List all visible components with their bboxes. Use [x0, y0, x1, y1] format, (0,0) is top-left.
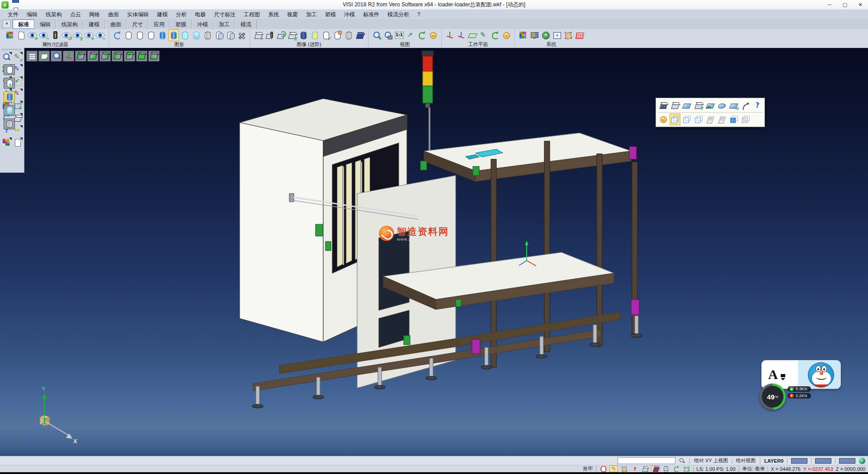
tab-dropdown-caret[interactable]: ▼ — [3, 20, 11, 28]
menu-item-工程图[interactable]: 工程图 — [240, 10, 264, 19]
st-refresh-button[interactable] — [672, 465, 680, 472]
hide-entities-button[interactable]: − — [38, 29, 49, 41]
layer-color-box-2[interactable] — [815, 458, 831, 464]
st-layer-stack-button[interactable] — [661, 465, 670, 472]
st-package-button[interactable]: ✕ — [641, 465, 649, 472]
vp-zoom-dynamic-button[interactable] — [51, 51, 62, 62]
hide-all-button[interactable]: − — [95, 29, 106, 41]
sketch-erase-button[interactable]: ✕ — [12, 52, 23, 62]
wireframe-dashed-button[interactable] — [146, 29, 156, 41]
system-grid-button[interactable] — [574, 29, 585, 41]
style-shaded-button[interactable] — [4, 91, 15, 102]
menu-item-系统[interactable]: 系统 — [264, 10, 283, 19]
view-top-button[interactable] — [75, 51, 86, 62]
view-back-button[interactable] — [136, 51, 147, 62]
menu-item-点云[interactable]: 点云 — [66, 10, 85, 19]
tab-冲模[interactable]: 冲模 — [192, 20, 213, 29]
wireframe-hidden-button[interactable] — [134, 29, 145, 41]
snap-lock-label[interactable]: 拴牢 — [583, 465, 593, 472]
tab-标准[interactable]: 标准 — [13, 19, 34, 29]
workplane-view-button[interactable] — [501, 29, 512, 41]
style-shaded-edges-button[interactable] — [4, 105, 15, 116]
fl-cube-edges-button[interactable] — [658, 100, 669, 111]
solid-refresh-button[interactable] — [275, 29, 286, 41]
zoom-extents-button[interactable] — [382, 29, 393, 41]
show-entities-button[interactable]: + — [27, 29, 38, 41]
layer-color-box-3[interactable] — [839, 458, 855, 464]
cyl-export-button[interactable] — [332, 29, 343, 41]
toggle-visibility-button[interactable]: ± — [72, 29, 83, 41]
fl-cube-shaded-button[interactable] — [670, 100, 680, 111]
stamp-colors-button[interactable] — [1, 137, 12, 147]
menu-item-建模[interactable]: 建模 — [153, 10, 172, 19]
view-mode-label[interactable]: 绝对 XY 上视图 — [694, 457, 728, 464]
st-edit-mode-button[interactable] — [609, 465, 618, 472]
solid-toggle-button[interactable]: ± — [287, 29, 297, 41]
cyl-hatched-button[interactable] — [343, 29, 354, 41]
st-protect-button[interactable] — [599, 465, 608, 472]
fl-surface-create-button[interactable] — [681, 100, 692, 111]
status-search-input[interactable] — [618, 457, 675, 464]
tab-编辑[interactable]: 编辑 — [34, 20, 56, 29]
menu-item-塑模[interactable]: 塑模 — [321, 10, 340, 19]
menu-item-分析[interactable]: 分析 — [172, 10, 191, 19]
visibility-filter-button[interactable] — [50, 29, 61, 41]
viewport-menu-button[interactable] — [26, 51, 38, 62]
active-layer-label[interactable]: LAYER0 — [764, 458, 783, 464]
st-grid-toggle-button[interactable] — [682, 465, 691, 472]
flat-shaded-button[interactable] — [191, 29, 202, 41]
fl-plane-1-button[interactable] — [705, 114, 716, 125]
workplane-origin-button[interactable] — [444, 29, 455, 41]
menu-item-网格[interactable]: 网格 — [85, 10, 104, 19]
st-stamp-button[interactable] — [620, 465, 628, 472]
layer-color-box-1[interactable] — [791, 458, 807, 464]
view-iso-button[interactable] — [148, 51, 160, 62]
zoom-in-button[interactable]: + — [371, 29, 382, 41]
status-globe-icon[interactable] — [859, 458, 865, 464]
minimize-button[interactable]: ─ — [822, 0, 837, 9]
menu-item-曲面[interactable]: 曲面 — [104, 10, 123, 19]
fl-wirecube-selected-button[interactable] — [670, 114, 680, 125]
shaded-edges-button[interactable] — [168, 29, 179, 41]
fl-help-button[interactable] — [752, 100, 763, 111]
solid-filter-button[interactable] — [264, 29, 275, 41]
system-window-config-button[interactable] — [552, 29, 562, 41]
refresh-visibility-button[interactable]: ↺ — [61, 29, 72, 41]
system-settings-button[interactable] — [540, 29, 551, 41]
view-left-button[interactable] — [112, 51, 123, 62]
menu-item-标准件[interactable]: 标准件 — [359, 10, 383, 19]
menu-item-实体编辑[interactable]: 实体编辑 — [123, 10, 153, 19]
tab-加工[interactable]: 加工 — [213, 20, 235, 29]
workplane-sketch-button[interactable] — [478, 29, 489, 41]
rotate-view-button[interactable] — [416, 29, 427, 41]
wireframe-button[interactable] — [123, 29, 134, 41]
3d-viewport[interactable]: Y X ✕+ ↑✕ 智造资料网 WWW.ZHIZAOZILIAO.COM A — [0, 48, 868, 456]
cyl-striped-gold-button[interactable] — [309, 29, 320, 41]
tab-曲面[interactable]: 曲面 — [105, 20, 127, 29]
menu-item-电极[interactable]: 电极 — [191, 10, 210, 19]
fl-wirecube-3-button[interactable] — [693, 114, 704, 125]
menu-item-尺寸标注[interactable]: 尺寸标注 — [210, 10, 240, 19]
style-wireframe-button[interactable] — [4, 64, 15, 75]
view-right-button[interactable] — [99, 51, 111, 62]
maximize-button[interactable]: ▢ — [837, 0, 853, 9]
show-all-button[interactable]: + — [84, 29, 94, 41]
attributes-brush-button[interactable] — [5, 29, 15, 41]
fl-surface-wave-button[interactable] — [717, 100, 727, 111]
fl-cube-blue-button[interactable] — [728, 114, 739, 125]
copy-page-button[interactable] — [12, 137, 23, 147]
workplane-entity-button[interactable] — [456, 29, 467, 41]
vp-zoom-window-button[interactable] — [38, 51, 50, 62]
vp-axis-views-button[interactable] — [63, 51, 74, 62]
st-workplane-cube-button[interactable] — [651, 465, 660, 472]
fl-wirecube-4-button[interactable] — [740, 114, 751, 125]
shade-copy-button[interactable] — [225, 29, 236, 41]
pan-view-button[interactable] — [405, 29, 416, 41]
st-help-button[interactable] — [630, 465, 639, 472]
save-all-button[interactable] — [10, 0, 21, 5]
solid-show-button[interactable]: + — [253, 29, 264, 41]
hatched-button[interactable] — [202, 29, 213, 41]
tab-建模[interactable]: 建模 — [83, 20, 105, 29]
close-button[interactable]: ✕ — [853, 0, 868, 9]
graphics-options-button[interactable] — [236, 29, 247, 41]
